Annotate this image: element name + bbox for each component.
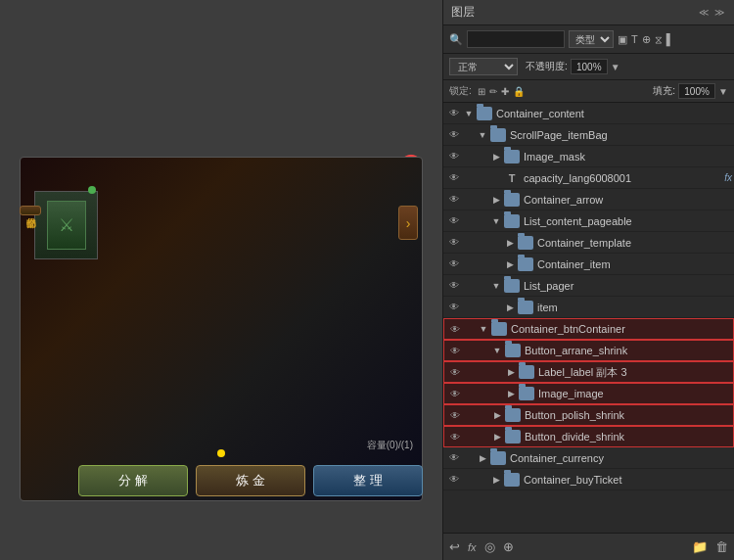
- adjustment-icon[interactable]: ◎: [484, 539, 495, 554]
- eye-icon[interactable]: 👁: [446, 406, 464, 424]
- expand-arrow[interactable]: ▶: [504, 303, 516, 312]
- eye-icon[interactable]: 👁: [445, 148, 463, 165]
- type-icon[interactable]: T: [631, 33, 638, 46]
- eye-icon[interactable]: 👁: [445, 212, 463, 230]
- path-icon[interactable]: ⊕: [642, 33, 651, 46]
- expand-arrow[interactable]: ▼: [478, 324, 489, 334]
- layer-row[interactable]: 👁▼Container_content: [443, 103, 734, 124]
- folder-icon: [505, 408, 521, 422]
- layer-row[interactable]: 👁▶Container_arrow: [443, 189, 734, 210]
- opacity-arrow[interactable]: ▼: [611, 62, 620, 72]
- expand-arrow[interactable]: ▶: [490, 152, 502, 162]
- eye-icon[interactable]: 👁: [445, 126, 463, 144]
- lock-icons: ⊞ ✏ ✚ 🔒: [478, 86, 525, 97]
- layer-row[interactable]: 👁Tcapacity_lang6008001fx: [443, 167, 734, 189]
- expand-arrow[interactable]: ▼: [490, 281, 502, 291]
- channel-icon[interactable]: ▣: [618, 33, 627, 46]
- layer-row[interactable]: 👁▶Container_currency: [443, 447, 734, 469]
- layer-row[interactable]: 👁▶Label_label 副本 3: [443, 361, 734, 383]
- eye-icon[interactable]: 👁: [445, 449, 463, 467]
- collapse-right[interactable]: ≫: [712, 7, 726, 18]
- expand-arrow[interactable]: ▼: [463, 109, 475, 118]
- layer-row[interactable]: 👁▶Image_image: [443, 383, 734, 404]
- delete-icon[interactable]: 🗑: [715, 539, 728, 554]
- lock-move-icon[interactable]: ✚: [501, 86, 509, 97]
- group-icon[interactable]: 📁: [692, 539, 708, 554]
- expand-arrow[interactable]: ▶: [490, 475, 502, 485]
- expand-arrow[interactable]: ▶: [504, 259, 516, 269]
- eye-icon[interactable]: 👁: [445, 299, 463, 316]
- folder-icon: [504, 193, 520, 207]
- layer-row[interactable]: 👁▼List_content_pageable: [443, 210, 734, 232]
- lock-all-icon[interactable]: ⊞: [478, 86, 485, 97]
- expand-arrow[interactable]: ▶: [477, 453, 488, 463]
- eye-icon[interactable]: 👁: [445, 169, 463, 187]
- eye-icon[interactable]: 👁: [445, 471, 463, 489]
- expand-arrow[interactable]: ▼: [490, 216, 502, 226]
- expand-arrow[interactable]: ▶: [490, 195, 502, 205]
- eye-icon[interactable]: 👁: [446, 342, 464, 359]
- fill-input[interactable]: [678, 83, 715, 99]
- eye-icon[interactable]: 👁: [446, 385, 464, 402]
- history-icon[interactable]: ↩: [449, 539, 460, 554]
- blend-controls: 正常 不透明度: ▼: [443, 54, 734, 80]
- layer-name: Button_divide_shrink: [523, 431, 731, 443]
- eye-icon[interactable]: 👁: [446, 428, 464, 445]
- layer-row[interactable]: 👁▶Button_divide_shrink: [443, 426, 734, 447]
- more-icon[interactable]: ▌: [666, 33, 674, 46]
- layer-row[interactable]: 👁▶Container_template: [443, 232, 734, 254]
- eye-icon[interactable]: 👁: [445, 256, 463, 273]
- text-layer-icon: T: [504, 171, 520, 185]
- filter-icon[interactable]: ⧖: [655, 33, 663, 46]
- layer-row[interactable]: 👁▶item: [443, 297, 734, 318]
- expand-arrow[interactable]: ▶: [491, 432, 503, 442]
- decompose-button[interactable]: 分 解: [78, 465, 188, 496]
- eye-icon[interactable]: 👁: [445, 191, 463, 209]
- fill-arrow[interactable]: ▼: [718, 86, 728, 97]
- forge-button[interactable]: 炼 金: [196, 465, 305, 496]
- folder-icon: [477, 107, 492, 120]
- expand-arrow[interactable]: ▶: [505, 367, 517, 377]
- layers-list[interactable]: 👁▼Container_content👁▼ScrollPage_itemBag👁…: [443, 103, 734, 533]
- green-dot: [88, 186, 96, 194]
- lock-draw-icon[interactable]: ✏: [489, 86, 497, 97]
- layer-name: Container_currency: [508, 452, 732, 464]
- side-button-left[interactable]: 全部物品: [20, 206, 41, 215]
- layer-row[interactable]: 👁▶Image_mask: [443, 146, 734, 167]
- expand-arrow[interactable]: ▼: [477, 130, 488, 140]
- eye-icon[interactable]: 👁: [445, 234, 463, 252]
- eye-icon[interactable]: 👁: [445, 105, 463, 122]
- avatar-img: ⚔: [35, 192, 97, 258]
- layer-row[interactable]: 👁▼ScrollPage_itemBag: [443, 124, 734, 146]
- eye-icon[interactable]: 👁: [446, 363, 464, 381]
- opacity-label: 不透明度:: [526, 60, 568, 73]
- layer-name: Container_btnContainer: [509, 323, 731, 335]
- layers-panel: 图层 ≪ ≫ 🔍 类型 ▣ T ⊕ ⧖ ▌ 正常 不透明度: ▼: [442, 0, 734, 560]
- layer-row[interactable]: 👁▶Container_item: [443, 254, 734, 275]
- layer-row[interactable]: 👁▼List_pager: [443, 275, 734, 297]
- layer-name: Container_buyTicket: [522, 474, 732, 486]
- organize-button[interactable]: 整 理: [313, 465, 423, 496]
- layer-row[interactable]: 👁▶Container_buyTicket: [443, 469, 734, 490]
- panel-header: 图层 ≪ ≫: [443, 0, 734, 25]
- layer-name: item: [535, 302, 732, 313]
- lock-lock-icon[interactable]: 🔒: [513, 86, 525, 97]
- folder-icon: [504, 473, 520, 487]
- eye-icon[interactable]: 👁: [445, 277, 463, 295]
- search-input[interactable]: [467, 30, 565, 48]
- fx-icon[interactable]: fx: [468, 541, 477, 553]
- collapse-left[interactable]: ≪: [697, 7, 711, 18]
- layer-row[interactable]: 👁▼Container_btnContainer: [443, 318, 734, 340]
- layer-row[interactable]: 👁▶Button_polish_shrink: [443, 404, 734, 426]
- kind-select[interactable]: 类型: [569, 30, 614, 48]
- blend-mode-select[interactable]: 正常: [449, 58, 518, 75]
- eye-icon[interactable]: 👁: [446, 320, 464, 338]
- expand-arrow[interactable]: ▶: [505, 389, 517, 398]
- expand-arrow[interactable]: ▼: [491, 346, 503, 355]
- mask-icon[interactable]: ⊕: [503, 539, 514, 554]
- opacity-input[interactable]: [571, 59, 608, 74]
- expand-arrow[interactable]: ▶: [491, 410, 503, 420]
- arrow-right[interactable]: ›: [398, 206, 418, 240]
- layer-row[interactable]: 👁▼Button_arrane_shrink: [443, 340, 734, 361]
- expand-arrow[interactable]: ▶: [504, 238, 516, 248]
